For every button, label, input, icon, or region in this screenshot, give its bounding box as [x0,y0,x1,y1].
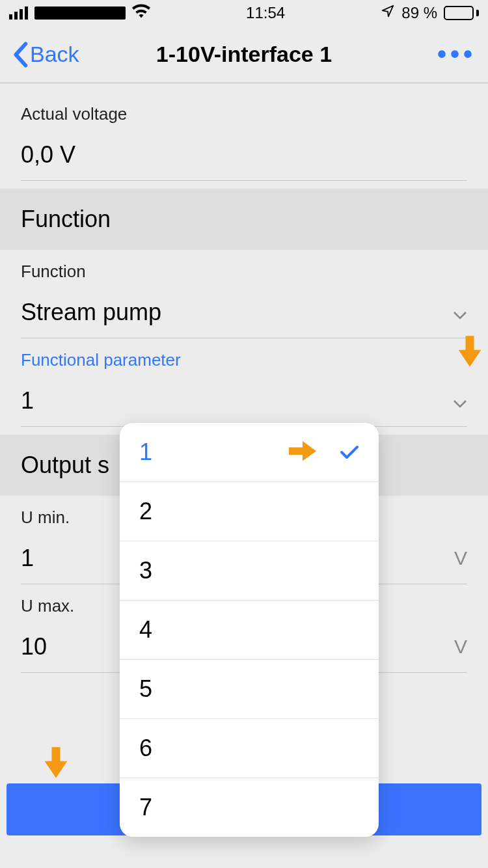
chevron-down-icon [453,387,467,414]
annotation-arrow-icon [455,334,484,368]
actual-voltage-value: 0,0 V [21,141,75,169]
annotation-arrow-icon [288,439,318,466]
actual-voltage-value-row: 0,0 V [21,141,467,181]
battery-icon [444,6,479,20]
dropdown-option-label: 1 [139,439,152,466]
chevron-down-icon [453,299,467,326]
cellular-signal-icon [9,7,28,20]
status-time: 11:54 [246,4,285,22]
function-label: Function [21,262,467,282]
status-right: 89 % [381,4,479,22]
carrier-strip [34,7,126,20]
u-max-value: 10 [21,633,47,660]
dropdown-option-7[interactable]: 7 [120,778,379,837]
back-button[interactable]: Back [12,42,79,68]
status-bar: 11:54 89 % [0,0,488,26]
content: Actual voltage 0,0 V Function Function S… [0,83,488,673]
checkmark-icon [340,439,359,466]
function-select[interactable]: Stream pump [21,299,467,338]
function-value: Stream pump [21,299,161,326]
field-function: Function Stream pump [0,250,488,338]
wifi-icon [132,4,150,22]
field-actual-voltage: Actual voltage 0,0 V [0,83,488,181]
chevron-left-icon [12,42,29,68]
dropdown-option-label: 5 [139,675,152,703]
functional-parameter-label: Functional parameter [21,350,467,370]
dropdown-option-label: 6 [139,735,152,762]
functional-parameter-dropdown: 1 2 3 4 5 6 7 [120,423,379,837]
functional-parameter-value: 1 [21,387,34,414]
back-label: Back [30,42,79,67]
dropdown-option-3[interactable]: 3 [120,541,379,601]
location-icon [381,4,395,22]
dropdown-option-label: 7 [139,794,152,821]
annotation-arrow-icon [42,746,70,780]
status-left [9,4,150,22]
dropdown-option-5[interactable]: 5 [120,660,379,719]
nav-bar: Back 1-10V-interface 1 ••• [0,26,488,83]
functional-parameter-select[interactable]: 1 [21,387,467,427]
dropdown-option-4[interactable]: 4 [120,601,379,660]
u-min-value: 1 [21,545,34,572]
section-header-function: Function [0,189,488,250]
actual-voltage-label: Actual voltage [21,104,467,124]
dropdown-option-label: 3 [139,557,152,584]
dropdown-option-label: 4 [139,616,152,644]
dropdown-option-6[interactable]: 6 [120,719,379,778]
u-min-unit: V [454,547,467,569]
more-button[interactable]: ••• [437,40,476,69]
dropdown-option-1[interactable]: 1 [120,423,379,482]
battery-percent: 89 % [401,4,437,22]
dropdown-option-label: 2 [139,498,152,525]
field-functional-parameter: Functional parameter 1 [0,338,488,427]
dropdown-option-2[interactable]: 2 [120,482,379,541]
u-max-unit: V [454,636,467,658]
